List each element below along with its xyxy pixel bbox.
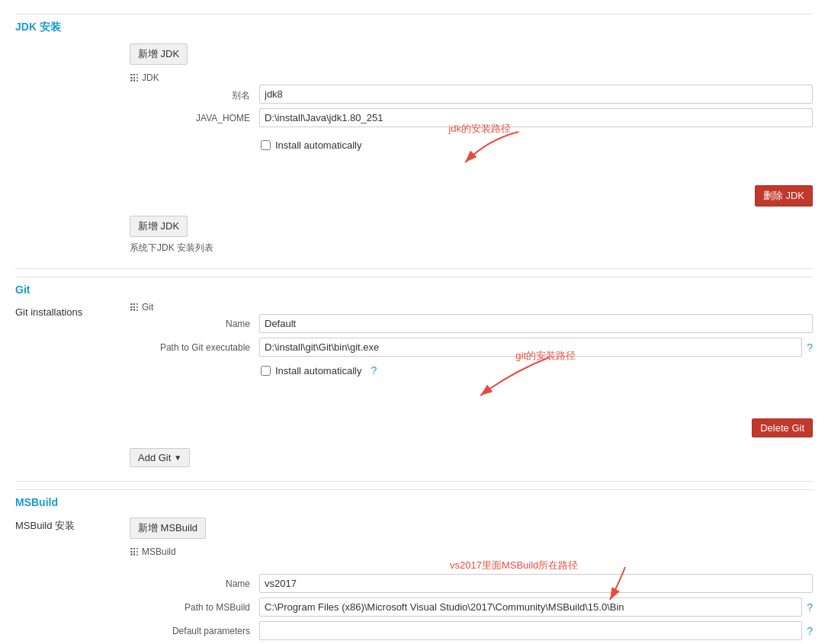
add-jdk-button-bottom[interactable]: 新增 JDK [130,216,188,237]
add-jdk-button-top[interactable]: 新增 JDK [130,43,188,65]
grid-icon-jdk: ⠿ [130,73,139,82]
msbuild-default-params-input[interactable] [259,621,802,640]
jdk-section-title: JDK 安装 [15,14,813,37]
git-subsection-label: Git [142,302,153,312]
add-git-button[interactable]: Add Git ▼ [130,448,190,467]
git-annotation-text: git的安装路径 [515,350,576,361]
git-path-label: Path to Git executable [130,338,259,353]
grid-icon-msbuild: ⠿ [130,547,139,556]
add-git-dropdown-arrow: ▼ [174,453,181,462]
msbuild-annotation-text: vs2017里面MSBuild所在路径 [450,559,578,571]
add-git-label: Add Git [138,452,171,463]
git-install-auto-checkbox[interactable] [261,366,271,376]
git-name-input[interactable] [259,314,813,333]
jdk-install-auto-checkbox[interactable] [261,140,271,150]
git-path-help-icon[interactable]: ? [807,341,813,354]
grid-icon-git: ⠿ [130,303,139,312]
jdk-installations-label [15,37,122,45]
msbuild-path-help-icon[interactable]: ? [807,601,813,614]
system-jdk-list-label: 系统下JDK 安装列表 [130,239,813,261]
msbuild-subsection-label: MSBuild [142,546,176,557]
git-section-title: Git [15,277,813,299]
git-name-label: Name [130,314,259,329]
jdk-subsection-label: JDK [142,72,159,83]
git-install-auto-help-icon[interactable]: ? [371,364,377,376]
delete-jdk-button[interactable]: 删除 JDK [755,185,813,207]
add-msbuild-button[interactable]: 新增 MSBuild [130,517,206,539]
jdk-annotation-text: jdk的安装路径 [448,124,511,134]
msbuild-name-label: Name [130,574,259,589]
java-home-label: JAVA_HOME [130,108,259,123]
git-install-auto-label: Install automatically [275,365,361,376]
delete-git-button[interactable]: Delete Git [752,418,813,437]
jdk-install-auto-label: Install automatically [275,139,361,151]
msbuild-path-input[interactable] [259,598,802,617]
git-annotation-arrow: git的安装路径 [435,350,587,403]
msbuild-section-title: MSBuild [15,489,813,511]
git-installations-label: Git installations [15,299,122,318]
jdk-annotation-arrow: jdk的安装路径 [427,124,549,170]
msbuild-installations-label: MSBuild 安装 [15,511,122,533]
jdk-alias-input[interactable] [259,85,813,104]
msbuild-default-params-label: Default parameters [130,621,259,636]
msbuild-default-params-help-icon[interactable]: ? [807,625,813,637]
jdk-alias-label: 别名 [130,85,259,102]
msbuild-path-label: Path to MSBuild [130,598,259,613]
msbuild-arrow-svg [602,563,648,601]
